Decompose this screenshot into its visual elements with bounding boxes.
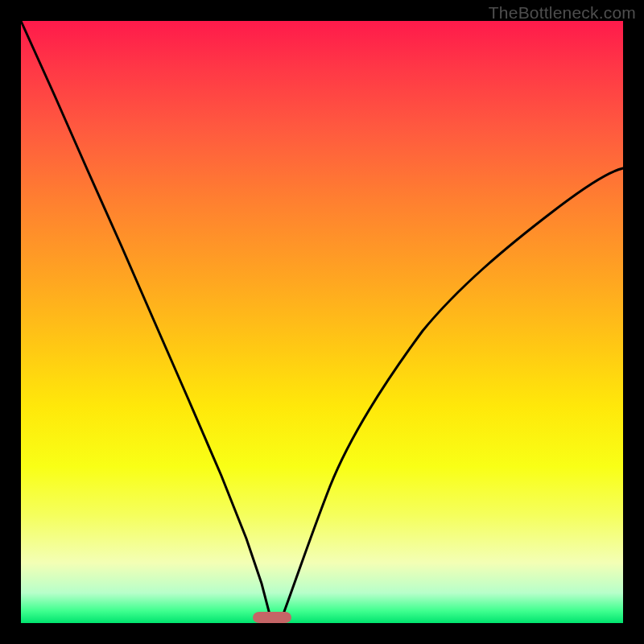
chart-frame: TheBottleneck.com — [0, 0, 644, 644]
plot-area — [21, 21, 623, 623]
left-curve — [21, 21, 270, 617]
watermark-text: TheBottleneck.com — [489, 3, 636, 23]
right-curve — [282, 168, 623, 618]
bottleneck-marker — [253, 612, 291, 623]
curve-layer — [21, 21, 623, 623]
